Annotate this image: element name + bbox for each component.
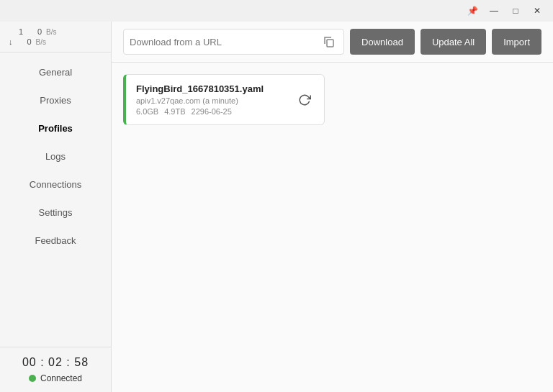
maximize-button[interactable]: □: [505, 3, 526, 19]
sidebar-item-settings[interactable]: Settings: [0, 199, 111, 227]
main-layout: 1 0 B/s ↓ 0 B/s General Proxies Profiles…: [0, 22, 553, 392]
profile-expiry: 2296-06-25: [192, 107, 232, 116]
profile-used: 6.0GB: [136, 107, 158, 116]
status-text: Connected: [40, 373, 82, 383]
download-stat-row: ↓ 0 B/s: [9, 37, 102, 46]
download-unit: B/s: [36, 38, 46, 46]
profile-stats: 6.0GB 4.9TB 2296-06-25: [136, 107, 264, 116]
url-input[interactable]: [130, 37, 320, 47]
profile-total: 4.9TB: [164, 107, 185, 116]
download-arrow: ↓: [9, 37, 13, 46]
sidebar: 1 0 B/s ↓ 0 B/s General Proxies Profiles…: [0, 22, 112, 392]
sidebar-item-logs[interactable]: Logs: [0, 142, 111, 170]
sidebar-item-connections[interactable]: Connections: [0, 170, 111, 199]
url-input-wrapper[interactable]: [123, 29, 344, 55]
download-value: 0: [17, 37, 32, 46]
sidebar-footer: 00 : 02 : 58 Connected: [0, 347, 111, 392]
sidebar-item-general[interactable]: General: [0, 58, 111, 86]
upload-value: 0: [27, 27, 42, 36]
content-area: Download Update All Import FlyingBird_16…: [112, 22, 553, 392]
profile-source: apiv1.v27qae.com (a minute): [136, 96, 264, 105]
svg-rect-0: [327, 40, 333, 47]
sidebar-stats: 1 0 B/s ↓ 0 B/s: [0, 22, 111, 53]
upload-stat-row: 1 0 B/s: [9, 27, 102, 36]
profile-info: FlyingBird_1667810351.yaml apiv1.v27qae.…: [136, 83, 264, 116]
upload-unit: B/s: [46, 28, 56, 36]
sidebar-nav: General Proxies Profiles Logs Connection…: [0, 53, 111, 347]
sidebar-item-proxies[interactable]: Proxies: [0, 86, 111, 114]
sidebar-item-profiles[interactable]: Profiles: [0, 114, 111, 142]
minimize-button[interactable]: —: [484, 3, 504, 19]
title-bar: 📌 — □ ✕: [0, 0, 553, 22]
toolbar: Download Update All Import: [112, 22, 553, 63]
connection-status: Connected: [29, 373, 82, 383]
profile-name: FlyingBird_1667810351.yaml: [136, 83, 264, 94]
copy-icon: [323, 36, 335, 47]
copy-url-button[interactable]: [320, 33, 338, 50]
pin-button[interactable]: 📌: [462, 3, 482, 19]
status-dot: [29, 375, 36, 382]
timer: 00 : 02 : 58: [22, 356, 89, 369]
upload-count: 1: [9, 27, 23, 36]
profile-refresh-button[interactable]: [295, 91, 314, 109]
profiles-list: FlyingBird_1667810351.yaml apiv1.v27qae.…: [112, 63, 553, 392]
refresh-icon: [298, 94, 311, 106]
update-all-button[interactable]: Update All: [421, 29, 486, 55]
download-button[interactable]: Download: [350, 29, 415, 55]
close-button[interactable]: ✕: [527, 3, 547, 19]
sidebar-item-feedback[interactable]: Feedback: [0, 227, 111, 255]
import-button[interactable]: Import: [492, 29, 541, 55]
profile-card: FlyingBird_1667810351.yaml apiv1.v27qae.…: [123, 74, 325, 125]
